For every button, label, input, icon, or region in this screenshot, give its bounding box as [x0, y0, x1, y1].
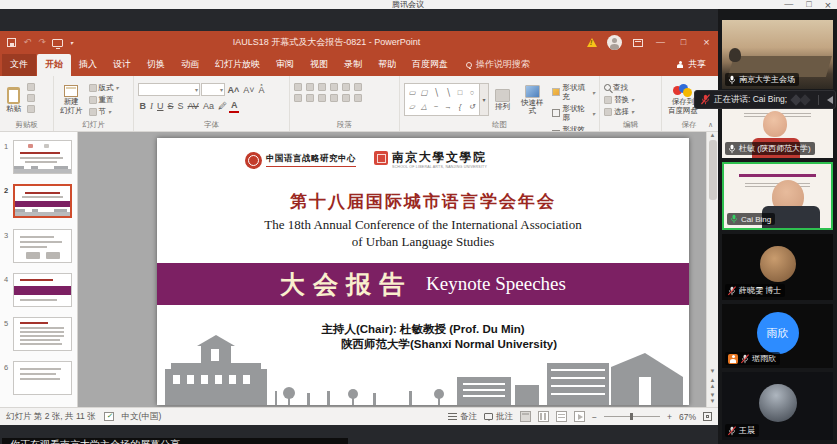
columns-icon[interactable]: [342, 94, 350, 102]
fit-slide-to-window-icon[interactable]: [703, 412, 712, 421]
screen-share-toast[interactable]: 你正在观看南京大学主会场的屏幕分享: [2, 438, 348, 444]
layout-button[interactable]: 版式: [89, 83, 119, 92]
video-tile-yuxin[interactable]: 雨欣 琚雨欣: [722, 304, 833, 368]
slide-scrollbar[interactable]: ▲ ▼ ▲▲ ▼▼: [706, 132, 718, 407]
undo-icon[interactable]: [23, 38, 31, 47]
shape-line-icon[interactable]: ╲: [434, 89, 439, 97]
clear-format-icon[interactable]: A̽: [257, 84, 266, 96]
slide-canvas[interactable]: 中国语言战略研究中心 南京大學文學院 SCHOOL OF LIBERAL ART…: [157, 138, 689, 405]
ppt-close-button[interactable]: [695, 31, 718, 54]
shape-gallery-more-icon[interactable]: ▾: [480, 83, 489, 116]
slide-thumbnail-5[interactable]: [13, 317, 72, 351]
ppt-minimize-button[interactable]: [649, 31, 672, 54]
shape-parallelogram-icon[interactable]: ▱: [409, 103, 415, 111]
shape-rotate-icon[interactable]: ↺: [469, 103, 475, 111]
shape-oval-icon[interactable]: ○: [470, 89, 475, 97]
slide-sorter-view-button[interactable]: [538, 411, 549, 422]
highlight-button[interactable]: 🖉: [216, 100, 228, 112]
numbering-icon[interactable]: [306, 83, 314, 91]
new-slide-button[interactable]: 新建 幻灯片: [58, 79, 85, 120]
align-right-icon[interactable]: [318, 94, 326, 102]
tab-design[interactable]: 设计: [105, 54, 139, 76]
increase-indent-icon[interactable]: [330, 83, 338, 91]
slide-thumbnail-2-selected[interactable]: [13, 184, 72, 218]
smartart-convert-icon[interactable]: [354, 94, 362, 102]
language-indicator[interactable]: 中文(中国): [122, 411, 162, 423]
format-painter-icon[interactable]: [27, 105, 35, 113]
ribbon-display-options-button[interactable]: [626, 31, 649, 54]
italic-button[interactable]: I: [149, 100, 155, 112]
char-spacing-button[interactable]: AV: [186, 100, 200, 112]
share-button[interactable]: 共享: [664, 58, 718, 76]
decrease-indent-icon[interactable]: [318, 83, 326, 91]
scrollbar-thumb[interactable]: [709, 140, 717, 200]
video-tile-wangchen[interactable]: 王晨: [722, 372, 833, 440]
shape-gallery[interactable]: ▭▢╲╲□○ ▱△~→{↺ ▾: [404, 79, 489, 120]
shrink-font-icon[interactable]: A˅: [242, 84, 256, 96]
zoom-slider[interactable]: [604, 416, 660, 417]
find-button[interactable]: 查找: [604, 83, 634, 92]
section-button[interactable]: 节: [89, 107, 119, 116]
text-direction-icon[interactable]: [354, 83, 362, 91]
tab-record[interactable]: 录制: [336, 54, 370, 76]
slide-thumbnail-4[interactable]: [13, 273, 72, 307]
reading-view-button[interactable]: [556, 411, 567, 422]
previous-slide-icon[interactable]: ▲▲: [710, 377, 716, 389]
mic-muted-icon[interactable]: [701, 94, 710, 105]
comments-toggle[interactable]: 批注: [484, 411, 513, 423]
line-spacing-icon[interactable]: [342, 83, 350, 91]
strikethrough-button[interactable]: S: [166, 100, 175, 112]
next-slide-icon[interactable]: ▼▼: [710, 392, 716, 404]
justify-icon[interactable]: [330, 94, 338, 102]
font-size-combo[interactable]: [201, 83, 225, 96]
account-button[interactable]: [603, 31, 626, 54]
spellcheck-icon[interactable]: [104, 412, 114, 421]
video-tile-room[interactable]: 南京大学主会场: [722, 20, 833, 89]
shape-arrow-icon[interactable]: →: [444, 103, 452, 111]
scroll-down-icon[interactable]: ▼: [710, 368, 716, 374]
tab-file[interactable]: 文件: [2, 54, 36, 76]
tab-review[interactable]: 审阅: [268, 54, 302, 76]
redo-icon[interactable]: [38, 38, 46, 47]
arrange-button[interactable]: 排列: [493, 79, 512, 120]
zoom-slider-knob[interactable]: [630, 413, 633, 420]
slideshow-view-button[interactable]: [574, 411, 585, 422]
collapse-panel-arrow-icon[interactable]: [823, 96, 833, 104]
underline-button[interactable]: U: [156, 100, 166, 112]
video-tile-caibing-active-speaker[interactable]: Cai Bing: [722, 162, 833, 230]
video-tile-xuexiaowen[interactable]: 薛晓雯 博士: [722, 234, 833, 300]
tab-animations[interactable]: 动画: [173, 54, 207, 76]
font-name-combo[interactable]: [138, 83, 200, 96]
tab-home[interactable]: 开始: [37, 54, 71, 76]
slide-thumbnail-3[interactable]: [13, 229, 72, 263]
shape-fill-button[interactable]: 形状填充: [552, 83, 595, 101]
quick-styles-button[interactable]: 快速样式: [516, 79, 548, 120]
copy-icon[interactable]: [27, 94, 35, 102]
bullets-icon[interactable]: [294, 83, 302, 91]
slide-thumbnail-1[interactable]: [13, 140, 72, 174]
bold-button[interactable]: B: [138, 100, 148, 112]
tab-insert[interactable]: 插入: [71, 54, 105, 76]
shape-line2-icon[interactable]: ╲: [446, 89, 451, 97]
now-speaking-bar[interactable]: 正在讲话: Cai Bing;: [694, 90, 836, 109]
ppt-restore-button[interactable]: [672, 31, 695, 54]
zoom-in-icon[interactable]: +: [667, 412, 672, 422]
select-button[interactable]: 选择: [604, 107, 634, 116]
tab-slideshow[interactable]: 幻灯片放映: [207, 54, 268, 76]
font-color-button[interactable]: A: [229, 99, 239, 113]
shape-rect-icon[interactable]: ▭: [408, 89, 415, 97]
align-center-icon[interactable]: [306, 94, 314, 102]
scroll-up-icon[interactable]: ▲: [710, 132, 716, 138]
shape-square-icon[interactable]: □: [458, 89, 463, 97]
paste-button[interactable]: 粘贴: [4, 79, 23, 120]
notes-toggle[interactable]: 备注: [448, 411, 477, 423]
start-slideshow-icon[interactable]: [52, 39, 63, 47]
upload-pending-button[interactable]: [580, 31, 603, 54]
replace-button[interactable]: 替换: [604, 95, 634, 104]
shape-rounded-icon[interactable]: ▢: [420, 89, 427, 97]
grow-font-icon[interactable]: A˄: [226, 84, 241, 96]
cut-icon[interactable]: [27, 83, 35, 91]
shape-triangle-icon[interactable]: △: [421, 103, 427, 111]
tab-baidu-netdisk[interactable]: 百度网盘: [404, 54, 456, 76]
collapse-ribbon-icon[interactable]: ∧: [708, 121, 713, 129]
